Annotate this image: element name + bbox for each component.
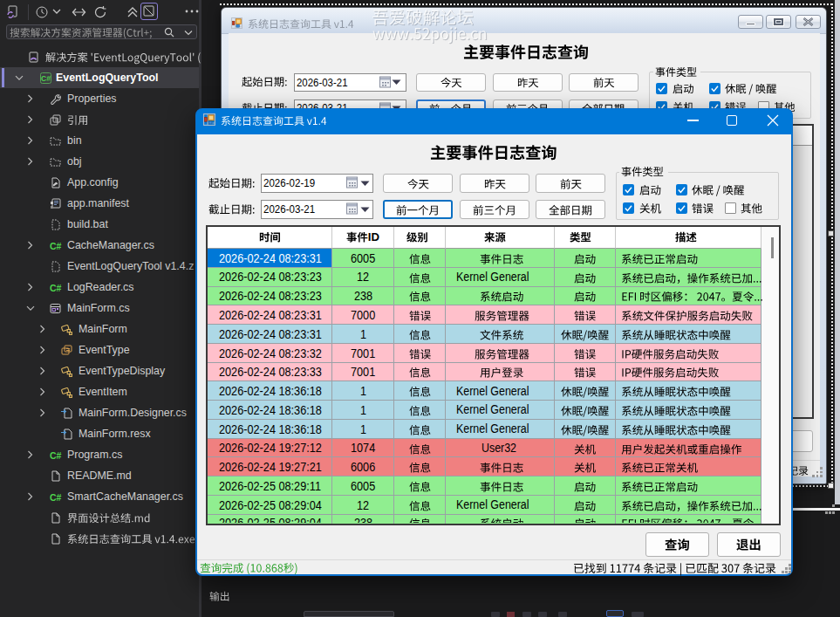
- svg-text:C#: C#: [50, 450, 62, 461]
- svg-text:C#: C#: [41, 74, 51, 83]
- svg-text:C#: C#: [50, 283, 62, 293]
- svg-text:C#: C#: [50, 492, 62, 503]
- svg-text:C#: C#: [50, 241, 62, 251]
